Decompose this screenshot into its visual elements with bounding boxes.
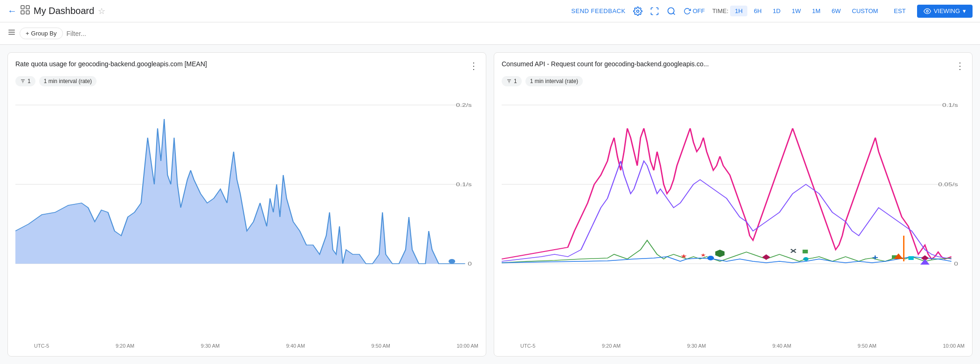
chart-2-container: 0.1/s 0.05/s 0 ★ ★ <box>502 91 965 349</box>
chart-2-star-marker-1: ★ <box>680 253 687 259</box>
svg-rect-2 <box>21 11 24 14</box>
timezone-button[interactable]: EST <box>890 6 909 16</box>
time-1h-button[interactable]: 1H <box>730 6 747 16</box>
chart-2-teal-square <box>908 256 913 260</box>
chart-card-1: Rate quota usage for geocoding-backend.g… <box>7 52 486 357</box>
fullscreen-icon[interactable] <box>650 7 659 16</box>
chart-card-2: Consumed API - Request count for geocodi… <box>494 52 973 357</box>
menu-icon[interactable] <box>7 28 16 39</box>
svg-line-6 <box>673 13 675 14</box>
gear-icon[interactable] <box>633 7 642 16</box>
svg-text:0.05/s: 0.05/s <box>938 182 958 187</box>
chart-2-hex-marker <box>715 250 725 257</box>
card-1-filter-badge[interactable]: 1 <box>15 76 35 86</box>
chart-2-circle-marker-2 <box>803 257 808 261</box>
chart-1-container: 0.2/s 0.1/s 0 UTC-5 9:20 AM 9:30 AM 9:40… <box>15 91 478 349</box>
card-2-interval: 1 min interval (rate) <box>530 78 578 84</box>
chart-2-pink-line <box>502 128 952 259</box>
card-2-title: Consumed API - Request count for geocodi… <box>502 60 955 68</box>
card-2-filter-badge[interactable]: 1 <box>502 76 522 86</box>
card-2-filters: 1 1 min interval (rate) <box>502 76 965 86</box>
svg-text:0.1/s: 0.1/s <box>942 102 958 108</box>
chart-1-fill <box>15 119 465 264</box>
group-by-button[interactable]: + Group By <box>20 28 63 39</box>
main-content: Rate quota usage for geocoding-backend.g… <box>0 45 980 364</box>
card-1-interval: 1 min interval (rate) <box>44 78 92 84</box>
chart-1-endpoint <box>449 259 455 264</box>
card-2-interval-badge[interactable]: 1 min interval (rate) <box>525 76 583 86</box>
chart-2-purple-line <box>502 161 952 261</box>
time-label: TIME: <box>712 7 729 14</box>
viewing-label: VIEWING <box>934 7 960 14</box>
toolbar: + Group By <box>0 22 980 45</box>
group-by-label: Group By <box>31 30 57 37</box>
svg-text:0: 0 <box>468 261 472 266</box>
chart-2-svg-wrapper: 0.1/s 0.05/s 0 ★ ★ <box>502 91 965 341</box>
star-icon[interactable]: ☆ <box>98 6 105 16</box>
card-2-more-icon[interactable]: ⋮ <box>955 60 965 71</box>
chart-2-circle-marker <box>707 256 714 260</box>
time-custom-button[interactable]: CUSTOM <box>847 6 883 16</box>
svg-text:0.2/s: 0.2/s <box>456 102 472 108</box>
chart-2-diamond-marker <box>762 254 770 260</box>
svg-text:0.1/s: 0.1/s <box>456 182 472 187</box>
card-1-interval-badge[interactable]: 1 min interval (rate) <box>39 76 97 86</box>
viewing-dropdown-icon: ▾ <box>963 7 966 14</box>
svg-rect-1 <box>26 6 29 9</box>
auto-refresh-toggle[interactable]: OFF <box>683 7 705 15</box>
card-1-filters: 1 1 min interval (rate) <box>15 76 478 86</box>
card-2-filter-count: 1 <box>514 78 517 84</box>
card-1-more-icon[interactable]: ⋮ <box>469 60 478 71</box>
filter-input[interactable] <box>67 30 973 37</box>
card-1-filter-count: 1 <box>28 78 31 84</box>
header-left: ← My Dashboard ☆ <box>7 5 566 17</box>
plus-icon: + <box>26 30 29 37</box>
chart-1-svg: 0.2/s 0.1/s 0 <box>15 91 478 287</box>
card-2-x-axis: UTC-5 9:20 AM 9:30 AM 9:40 AM 9:50 AM 10… <box>502 341 965 349</box>
chart-2-x-marker: ✕ <box>789 247 797 255</box>
header: ← My Dashboard ☆ SEND FEEDBACK <box>0 0 980 22</box>
chart-2-plus-marker: + <box>872 253 878 261</box>
svg-text:0: 0 <box>954 261 958 266</box>
card-1-x-axis: UTC-5 9:20 AM 9:30 AM 9:40 AM 9:50 AM 10… <box>15 341 478 349</box>
chart-2-square-marker-1 <box>802 250 807 253</box>
svg-rect-0 <box>21 6 24 9</box>
svg-point-5 <box>668 7 674 14</box>
time-1m-button[interactable]: 1M <box>807 6 825 16</box>
send-feedback-button[interactable]: SEND FEEDBACK <box>571 7 625 14</box>
time-1d-button[interactable]: 1D <box>768 6 786 16</box>
time-section: TIME: 1H 6H 1D 1W 1M 6W CUSTOM <box>712 6 883 16</box>
header-center: SEND FEEDBACK OFF TIME: <box>571 5 973 18</box>
back-button[interactable]: ← <box>7 6 17 16</box>
card-2-header: Consumed API - Request count for geocodi… <box>502 60 965 71</box>
svg-rect-3 <box>26 11 29 14</box>
card-1-header: Rate quota usage for geocoding-backend.g… <box>15 60 478 71</box>
time-6w-button[interactable]: 6W <box>827 6 846 16</box>
dashboard-icon[interactable] <box>21 5 30 17</box>
chart-2-svg: 0.1/s 0.05/s 0 ★ ★ <box>502 91 965 287</box>
auto-refresh-label: OFF <box>693 7 705 14</box>
chart-2-star-marker-2: ★ <box>700 252 706 258</box>
search-icon[interactable] <box>667 7 676 16</box>
time-6h-button[interactable]: 6H <box>749 6 766 16</box>
card-1-title: Rate quota usage for geocoding-backend.g… <box>15 60 469 68</box>
svg-point-7 <box>926 10 928 12</box>
svg-point-4 <box>636 10 639 12</box>
chart-1-svg-wrapper: 0.2/s 0.1/s 0 <box>15 91 478 341</box>
time-1w-button[interactable]: 1W <box>787 6 806 16</box>
viewing-button[interactable]: VIEWING ▾ <box>917 5 973 18</box>
dashboard-title: My Dashboard <box>34 6 94 16</box>
